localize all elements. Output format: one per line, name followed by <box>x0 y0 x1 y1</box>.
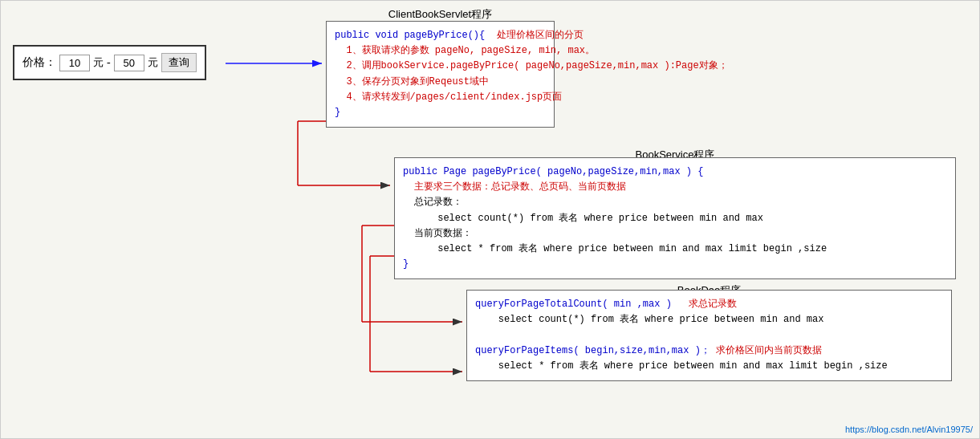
max-price-input[interactable] <box>114 55 144 71</box>
dao-line-3: queryForPageItems( begin,size,min,max )；… <box>475 343 943 359</box>
client-line-3: 2、调用bookService.pageByPrice( pageNo,page… <box>335 59 546 74</box>
main-container: 价格： 元 - 元 查询 ClientBookServlet程序 public … <box>0 0 980 439</box>
watermark: https://blog.csdn.net/Alvin19975/ <box>845 425 973 434</box>
price-filter-box: 价格： 元 - 元 查询 <box>13 45 206 80</box>
unit1: 元 <box>93 55 104 70</box>
service-line-2: 主要求三个数据：总记录数、总页码、当前页数据 <box>403 180 947 195</box>
service-line-7: } <box>403 257 947 272</box>
price-label: 价格： <box>22 55 56 70</box>
dao-line-4: select * from 表名 where price between min… <box>475 359 943 374</box>
service-line-4: select count(*) from 表名 where price betw… <box>403 211 947 226</box>
dao-line-2: select count(*) from 表名 where price betw… <box>475 312 943 327</box>
dao-code-box: queryForPageTotalCount( min ,max ) 求总记录数… <box>466 290 952 381</box>
service-line-1: public Page pageByPrice( pageNo,pageSize… <box>403 165 947 180</box>
service-line-3: 总记录数： <box>403 195 947 210</box>
client-line-4: 3、保存分页对象到Reqeust域中 <box>335 75 546 90</box>
service-code-box: public Page pageByPrice( pageNo,pageSize… <box>394 157 956 279</box>
unit2: 元 <box>148 55 158 70</box>
query-button[interactable]: 查询 <box>161 53 197 72</box>
separator: - <box>107 56 111 69</box>
client-box-title: ClientBookServlet程序 <box>326 7 555 22</box>
dao-line-1: queryForPageTotalCount( min ,max ) 求总记录数 <box>475 297 943 312</box>
client-line-6: } <box>335 105 546 120</box>
service-line-6: select * from 表名 where price between min… <box>403 242 947 257</box>
dao-line-spacer <box>475 327 943 343</box>
client-line-1: public void pageByPrice(){ 处理价格区间的分页 <box>335 28 546 43</box>
client-line-2: 1、获取请求的参数 pageNo, pageSize, min, max。 <box>335 43 546 59</box>
min-price-input[interactable] <box>59 55 90 71</box>
client-line-5: 4、请求转发到/pages/client/index.jsp页面 <box>335 90 546 105</box>
client-code-box: public void pageByPrice(){ 处理价格区间的分页 1、获… <box>326 21 555 128</box>
service-line-5: 当前页数据： <box>403 226 947 242</box>
